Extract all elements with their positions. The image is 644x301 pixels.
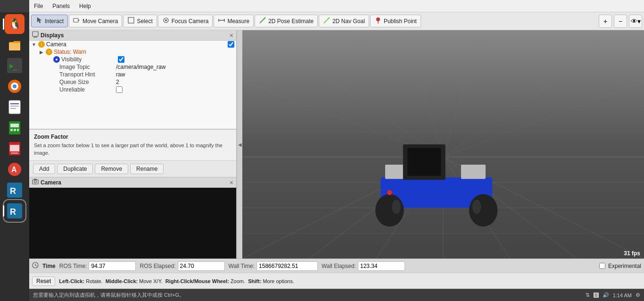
camera-panel-close[interactable]: × <box>230 179 233 186</box>
select-button[interactable]: Select <box>123 15 157 27</box>
displays-panel-close[interactable]: × <box>230 32 233 39</box>
menu-panels[interactable]: Panels <box>48 0 74 12</box>
svg-rect-74 <box>407 148 441 176</box>
system-tray: 您需要输入定向到该虚拟机，请将鼠标指针移入其中或按 Ctrl+G。 ⇅ 🅱 🔊 … <box>29 289 644 301</box>
transport-hint-label: Transport Hint <box>59 71 116 78</box>
svg-rect-72 <box>461 165 486 179</box>
experimental-checkbox[interactable] <box>599 263 605 269</box>
dock-files[interactable] <box>5 35 25 55</box>
add-button[interactable]: Add <box>33 164 55 174</box>
camera-label: Camera <box>46 41 228 48</box>
displays-panel-icon <box>32 31 39 39</box>
focus-camera-button[interactable]: Focus Camera <box>158 15 213 27</box>
shift-value: More options. <box>263 278 294 284</box>
info-box-title: Zoom Factor <box>34 134 231 140</box>
svg-point-67 <box>375 194 404 226</box>
nav-goal-label: 2D Nav Goal <box>332 18 365 25</box>
unreliable-checkbox[interactable] <box>116 86 123 93</box>
status-warn-icon: ! <box>46 49 52 55</box>
queue-size-value: 2 <box>116 79 234 85</box>
duplicate-button[interactable]: Duplicate <box>57 164 93 174</box>
svg-rect-1 <box>9 43 20 50</box>
dock-calc[interactable] <box>5 118 25 138</box>
dock-other1[interactable]: R <box>5 180 25 200</box>
visibility-icon: ● <box>53 56 60 63</box>
ros-time-field: ROS Time: <box>59 261 136 271</box>
dock-terminal[interactable]: >_ <box>5 56 25 75</box>
camera-tree-item[interactable]: ▼ ! Camera <box>29 41 236 48</box>
rename-button[interactable]: Rename <box>130 164 164 174</box>
dock-impress[interactable] <box>5 139 25 159</box>
menu-file[interactable]: File <box>29 0 48 12</box>
image-topic-row: Image Topic /camera/image_raw <box>29 63 236 71</box>
panel-collapse-handle[interactable]: ◀ <box>237 30 242 259</box>
pose-estimate-button[interactable]: 2D Pose Estimate <box>255 15 318 27</box>
dock-writer[interactable] <box>5 97 25 117</box>
dock-firefox[interactable] <box>5 76 25 96</box>
display-buttons: Add Duplicate Remove Rename <box>29 160 236 177</box>
nav-goal-button[interactable]: 2D Nav Goal <box>319 15 369 27</box>
publish-point-label: Publish Point <box>384 18 417 25</box>
menu-help[interactable]: Help <box>74 0 96 12</box>
ros-time-input[interactable] <box>89 261 136 271</box>
queue-size-row: Queue Size 2 <box>29 78 236 86</box>
queue-size-label: Queue Size <box>59 79 116 85</box>
ros-time-label: ROS Time: <box>59 263 87 269</box>
wall-elapsed-input[interactable] <box>358 261 405 271</box>
svg-point-70 <box>472 200 481 214</box>
svg-line-52 <box>443 157 577 259</box>
measure-button[interactable]: Measure <box>214 15 254 27</box>
visibility-checkbox[interactable] <box>118 56 124 63</box>
reset-button[interactable]: Reset <box>32 276 55 286</box>
wall-time-input[interactable] <box>256 261 318 271</box>
publish-point-button[interactable]: Publish Point <box>370 15 421 27</box>
camera-panel: Camera × <box>29 177 236 259</box>
bottom-instructions: Left-Click: Rotate. Middle-Click: Move X… <box>59 278 294 284</box>
shift-label: Shift: <box>248 278 261 284</box>
camera-panel-header: Camera × <box>29 177 236 188</box>
view-options-button[interactable]: 👁▾ <box>629 15 642 28</box>
svg-line-47 <box>242 157 443 259</box>
toolbar-right: + − 👁▾ <box>599 15 642 28</box>
camera-status-row[interactable]: ▶ ! Status: Warn <box>29 48 236 56</box>
svg-point-37 <box>376 17 380 21</box>
middle-click-value: Move X/Y. <box>139 278 162 284</box>
status-bar: Time ROS Time: ROS Elapsed: Wall Time: W… <box>29 259 644 273</box>
info-box-description: Set a zoom factor below 1 to see a large… <box>34 142 231 157</box>
add-display-button[interactable]: + <box>599 15 612 28</box>
tray-settings-icon: ⚙ <box>636 292 640 298</box>
interact-button[interactable]: Interact <box>31 15 68 27</box>
right-click-value: Zoom. <box>231 278 245 284</box>
left-panel: Displays × ▼ ! Camera ▶ ! Status: Warn <box>29 30 237 259</box>
displays-panel-header: Displays × <box>29 30 236 41</box>
svg-point-75 <box>388 190 392 195</box>
dock-appstore[interactable]: A <box>5 159 25 179</box>
svg-rect-25 <box>74 18 78 22</box>
move-camera-button[interactable]: Move Camera <box>69 15 122 27</box>
svg-rect-71 <box>385 165 410 179</box>
svg-rect-11 <box>9 121 20 134</box>
dock-rviz[interactable]: R <box>5 201 25 221</box>
interact-icon <box>35 17 43 25</box>
svg-line-51 <box>443 157 510 259</box>
menu-bar: File Panels Help <box>29 0 644 12</box>
image-topic-label: Image Topic <box>59 64 116 70</box>
svg-point-6 <box>13 84 17 88</box>
remove-display-button[interactable]: − <box>614 15 627 28</box>
svg-rect-27 <box>128 17 134 23</box>
tray-icons: ⇅ 🅱 🔊 1:14 AM ⚙ <box>586 292 640 298</box>
ros-elapsed-field: ROS Elapsed: <box>140 261 224 271</box>
camera-expand-arrow[interactable]: ▼ <box>31 42 37 47</box>
remove-button[interactable]: Remove <box>95 164 128 174</box>
camera-checkbox[interactable] <box>228 41 234 48</box>
viewport[interactable]: 31 fps <box>242 30 644 259</box>
time-icon <box>32 262 39 270</box>
measure-icon <box>218 17 225 25</box>
visibility-expand-placeholder <box>46 57 52 62</box>
status-expand-arrow[interactable]: ▶ <box>39 49 44 55</box>
camera-panel-icon <box>32 178 39 186</box>
ros-elapsed-input[interactable] <box>178 261 225 271</box>
dock-ubuntu[interactable]: 🐧 <box>5 14 25 34</box>
svg-rect-12 <box>10 124 19 127</box>
svg-rect-13 <box>10 129 13 131</box>
